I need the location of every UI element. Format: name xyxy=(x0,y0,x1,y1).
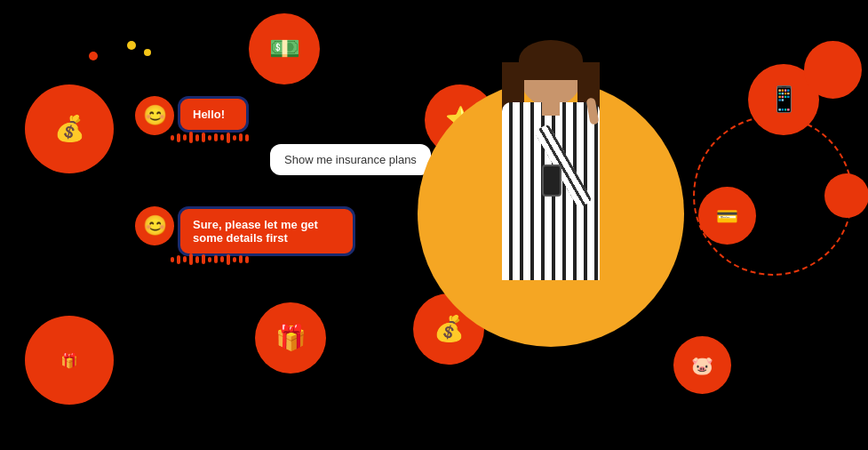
main-scene: 💰 💵 ⭐ 📱 💳 🎁 🎁 💰 🐷 😊 Hello! xyxy=(0,0,868,450)
voice-wave-top xyxy=(171,132,249,143)
circle-card-right: 💳 xyxy=(698,187,756,245)
dollar-coin-icon: 💵 xyxy=(269,36,300,61)
24h-label: 🎁 xyxy=(60,352,78,369)
circle-gift-bottom: 🎁 xyxy=(255,302,326,374)
avatar-bottom-emoji: 😊 xyxy=(143,214,167,237)
circle-coin-top: 💵 xyxy=(249,13,320,84)
bubble-insurance: Show me insurance plans xyxy=(270,144,431,175)
circle-24h-bottom-left: 🎁 xyxy=(25,316,114,405)
money-bag-icon: 💰 xyxy=(54,117,85,141)
bubble-hello-text: Hello! xyxy=(193,108,225,121)
avatar-bottom: 😊 xyxy=(135,206,174,245)
circle-piggy-bottom-right: 🐷 xyxy=(673,336,731,394)
red-dot-1 xyxy=(89,52,98,60)
circle-outer-right-top xyxy=(804,41,862,99)
avatar-top: 😊 xyxy=(135,96,174,135)
circle-outer-right-mid xyxy=(824,173,868,218)
yellow-dot-2 xyxy=(144,49,151,56)
yellow-dot-1 xyxy=(127,41,136,50)
avatar-top-emoji: 😊 xyxy=(143,104,167,127)
person-figure xyxy=(426,44,675,382)
piggy-bank-icon: 🐷 xyxy=(691,357,713,374)
circle-money-bag-left: 💰 xyxy=(25,84,114,173)
bubble-hello: Hello! xyxy=(178,96,249,133)
gift-icon: 🎁 xyxy=(275,325,307,350)
voice-wave-bottom xyxy=(171,253,249,265)
credit-card-icon: 💳 xyxy=(716,207,738,225)
bubble-sure: Sure, please let me get some details fir… xyxy=(178,206,355,256)
bubble-sure-text: Sure, please let me get some details fir… xyxy=(193,218,318,245)
phone-icon: 📱 xyxy=(768,87,800,112)
bubble-insurance-text: Show me insurance plans xyxy=(284,153,417,166)
